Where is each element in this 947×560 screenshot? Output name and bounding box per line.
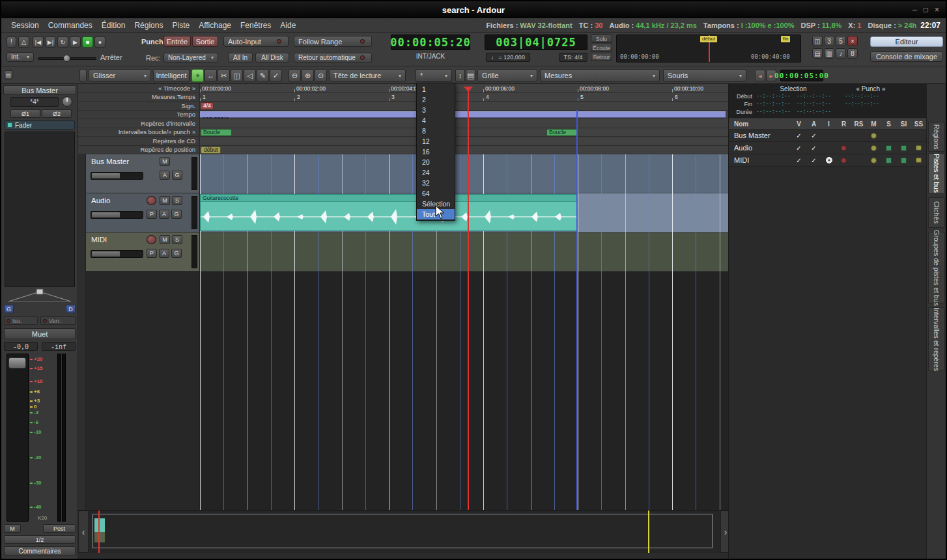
gain-fader-thumb[interactable] <box>8 357 26 369</box>
monitor-solo-button[interactable]: Solo <box>591 35 612 43</box>
ruler-row-2[interactable]: Sign.4/4 <box>78 102 728 111</box>
tab-groupes-de-pistes-et-bus[interactable]: Groupes de pistes et bus <box>928 232 945 303</box>
cell-ss[interactable] <box>911 158 926 163</box>
all-disk-button[interactable]: All Disk <box>255 53 289 63</box>
tool-draw[interactable]: ✎ <box>257 69 269 82</box>
gain-display[interactable]: -0,0 <box>4 342 38 351</box>
track-bus-master-m-button[interactable]: M <box>160 157 170 166</box>
fader-processor[interactable]: Fader <box>5 120 75 130</box>
shuttle-units-combo[interactable]: Int. <box>7 52 34 62</box>
menu-commandes[interactable]: Commandes <box>44 21 97 30</box>
menu-aide[interactable]: Aide <box>276 21 300 30</box>
ruler-content-6[interactable] <box>200 137 726 145</box>
aux-button-r1-1[interactable]: 3 <box>824 36 834 46</box>
primary-clock[interactable]: 00:00:05:20 <box>391 35 470 50</box>
ruler-content-7[interactable]: début <box>200 146 726 154</box>
grid-type-combo[interactable]: Mesures <box>540 69 660 82</box>
selection-clock-1[interactable]: --:--:--:-- <box>797 93 831 99</box>
cell-i[interactable] <box>821 157 836 163</box>
tool-cut[interactable]: ✂ <box>218 69 230 82</box>
cell-ss[interactable] <box>911 145 926 150</box>
summary-body[interactable] <box>89 511 720 553</box>
selection-clock-0[interactable]: --:--:--:-- <box>756 93 791 99</box>
cell-s[interactable] <box>881 145 896 151</box>
menu-fen-tres[interactable]: Fenêtres <box>236 21 276 30</box>
track-row-midi[interactable]: MIDI✓✓ <box>729 154 926 167</box>
tool-grab[interactable]: ⌖ <box>191 69 204 82</box>
dropdown-item-16[interactable]: 16 <box>417 147 455 157</box>
ruler-content-0[interactable]: 00:00:00:0000:00:02:0000:00:04:0000:00:0… <box>200 84 726 92</box>
punch-in-button[interactable]: Entrée <box>163 36 191 47</box>
ruler-row-5[interactable]: Intervalles boucle/« punch »BoucleBoucle <box>78 128 728 137</box>
track-audio-p-button2[interactable]: P <box>147 210 157 219</box>
monitor-coute-button[interactable]: Écoute <box>591 44 612 52</box>
follow-range-combo[interactable]: Follow Range <box>294 36 372 47</box>
cell-r[interactable] <box>836 158 851 163</box>
menu-dition[interactable]: Édition <box>97 21 130 30</box>
zoom-focus-combo[interactable]: Souris <box>663 69 746 82</box>
track-midi-g-button2[interactable]: G <box>171 249 182 258</box>
track-audio-m-button[interactable]: M <box>160 196 170 205</box>
tab-pistes-et-bus[interactable]: Pistes et bus <box>928 153 945 194</box>
track-midi-m-button[interactable]: M <box>160 235 170 244</box>
cell-a[interactable]: ✓ <box>806 132 821 139</box>
strip-corner-icon[interactable]: ▤ <box>4 70 13 79</box>
track-midi-a-button2[interactable]: A <box>159 249 169 258</box>
summary-scroll-right[interactable]: › <box>720 511 728 553</box>
col-header-m[interactable]: M <box>866 120 881 128</box>
cell-si[interactable] <box>896 145 911 151</box>
transport-loop-button[interactable]: ↻ <box>57 36 68 48</box>
edit-mode-combo[interactable]: Glisser <box>89 69 151 82</box>
peak-display[interactable]: -inf <box>42 342 76 351</box>
playhead-marker[interactable] <box>464 87 473 96</box>
cell-v[interactable]: ✓ <box>791 145 806 152</box>
col-header-r[interactable]: R <box>836 120 851 128</box>
tab-intervalles-et-rep-res[interactable]: Intervalles et repères <box>928 307 945 371</box>
zoom-fit-button[interactable]: ⊙ <box>315 69 327 82</box>
titlebar[interactable]: search - Ardour – □ × <box>1 1 946 18</box>
col-header-si[interactable]: SI <box>896 120 911 128</box>
dropdown-item-20[interactable]: 20 <box>417 157 455 167</box>
ruler-content-5[interactable]: BoucleBoucle <box>200 128 726 137</box>
location-marker-debut[interactable]: début <box>201 147 221 154</box>
col-header-v[interactable]: V <box>791 120 806 128</box>
col-header-s[interactable]: S <box>881 120 896 128</box>
aux-button-r2-3[interactable]: 8 <box>847 48 858 59</box>
transport-goto-start-button[interactable]: |◀ <box>33 36 44 48</box>
meter-type-label[interactable]: K20 <box>30 515 55 521</box>
track-midi-s-button[interactable]: S <box>172 235 182 244</box>
edit-point-combo[interactable]: Tête de lecture <box>329 69 406 82</box>
cell-a[interactable]: ✓ <box>806 157 821 164</box>
ruler-row-0[interactable]: « Timecode »00:00:00:0000:00:02:0000:00:… <box>78 84 728 93</box>
dropdown-item-1[interactable]: 1 <box>417 84 455 94</box>
transport-goto-end-button[interactable]: ▶| <box>45 36 56 48</box>
track-audio-g-button2[interactable]: G <box>171 210 182 219</box>
meter-display[interactable]: TS: 4/4 <box>559 53 587 62</box>
auto-input-combo[interactable]: Auto-Input <box>223 36 289 47</box>
pan-left-button[interactable]: G <box>4 305 14 313</box>
menu-r-gions[interactable]: Régions <box>130 21 167 30</box>
transport-play-button[interactable]: ▶ <box>70 36 81 48</box>
ruler-row-1[interactable]: Mesures:Temps123456 <box>78 93 728 102</box>
summary-view-rect[interactable] <box>92 514 713 548</box>
selection-clock-1[interactable]: --:--:--:-- <box>797 101 831 107</box>
dropdown-item-12[interactable]: 12 <box>417 136 455 147</box>
vzoom-button-0[interactable]: ↕ <box>455 69 465 82</box>
nudge-back-button[interactable]: ◂ <box>755 70 765 81</box>
cell-v[interactable]: ✓ <box>791 132 806 139</box>
mini-timeline[interactable]: début fin 00:00:00:00 00:00:40:00 <box>616 35 801 63</box>
nudge-clock[interactable]: 00:00:05:00 <box>780 70 823 81</box>
tool-range[interactable]: ↔ <box>205 69 217 82</box>
time-signature-marker[interactable]: 4/4 <box>201 102 214 109</box>
aux-button-r1-3[interactable]: × <box>847 36 858 46</box>
zoom-out-button[interactable]: ⊖ <box>289 69 301 82</box>
col-header-ss[interactable]: SS <box>911 120 926 128</box>
track-audio-s-button[interactable]: S <box>172 196 182 205</box>
track-bus-master-a-button2[interactable]: A <box>160 171 170 180</box>
track-header-audio[interactable]: AudioMSPAG <box>86 193 200 232</box>
cell-s[interactable] <box>881 158 896 163</box>
mixer-window-button[interactable]: Console de mixage <box>870 51 943 62</box>
strip-name-button[interactable]: Bus Master <box>3 85 76 95</box>
visible-tracks-combo[interactable]: * <box>416 69 452 82</box>
col-header-a[interactable]: A <box>806 120 821 128</box>
